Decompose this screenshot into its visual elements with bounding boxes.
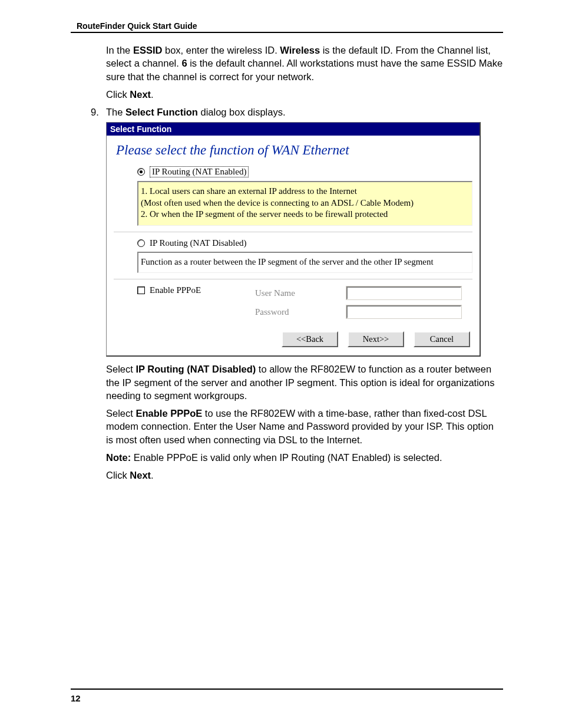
back-button[interactable]: <<Back bbox=[282, 331, 338, 347]
password-field[interactable] bbox=[346, 305, 461, 318]
radio-icon[interactable] bbox=[137, 239, 145, 247]
separator bbox=[114, 232, 472, 232]
page-header: RouteFinder Quick Start Guide bbox=[71, 21, 503, 33]
option-nat-enabled-description: 1. Local users can share an external IP … bbox=[137, 181, 472, 226]
radio-icon[interactable] bbox=[137, 168, 145, 176]
after-paragraph-1: Select IP Routing (NAT Disabled) to allo… bbox=[106, 363, 503, 402]
next-button[interactable]: Next>> bbox=[348, 331, 404, 347]
step-number: 9. bbox=[91, 106, 106, 118]
dialog-headline: Please select the function of WAN Ethern… bbox=[116, 143, 472, 158]
option-nat-enabled[interactable]: IP Routing (NAT Enabled) bbox=[137, 166, 472, 177]
separator bbox=[114, 279, 472, 279]
select-function-dialog: Select Function Please select the functi… bbox=[106, 122, 481, 357]
doc-title: RouteFinder Quick Start Guide bbox=[71, 21, 197, 31]
option-nat-disabled-description: Function as a router between the IP segm… bbox=[137, 252, 472, 274]
checkbox-icon[interactable] bbox=[137, 286, 145, 294]
enable-pppoe-label: Enable PPPoE bbox=[150, 285, 201, 295]
cancel-button[interactable]: Cancel bbox=[414, 331, 470, 347]
option-nat-disabled[interactable]: IP Routing (NAT Disabled) bbox=[137, 238, 472, 248]
option-nat-enabled-label: IP Routing (NAT Enabled) bbox=[150, 166, 249, 177]
page-number: 12 bbox=[71, 693, 81, 703]
enable-pppoe-checkbox[interactable]: Enable PPPoE bbox=[137, 285, 255, 295]
password-label: Password bbox=[255, 307, 346, 317]
after-paragraph-2: Select Enable PPPoE to use the RF802EW w… bbox=[106, 407, 503, 446]
click-next-2: Click Next. bbox=[106, 469, 503, 482]
click-next-1: Click Next. bbox=[106, 88, 503, 101]
intro-paragraph: In the ESSID box, enter the wireless ID.… bbox=[106, 44, 503, 83]
step-9-line: 9. The Select Function dialog box displa… bbox=[91, 106, 503, 118]
page-footer: 12 bbox=[71, 689, 503, 703]
note-paragraph: Note: Enable PPPoE is valid only when IP… bbox=[106, 451, 503, 464]
username-label: User Name bbox=[255, 288, 346, 298]
dialog-titlebar: Select Function bbox=[107, 123, 480, 136]
option-nat-disabled-label: IP Routing (NAT Disabled) bbox=[150, 238, 247, 248]
username-field[interactable] bbox=[346, 286, 461, 299]
